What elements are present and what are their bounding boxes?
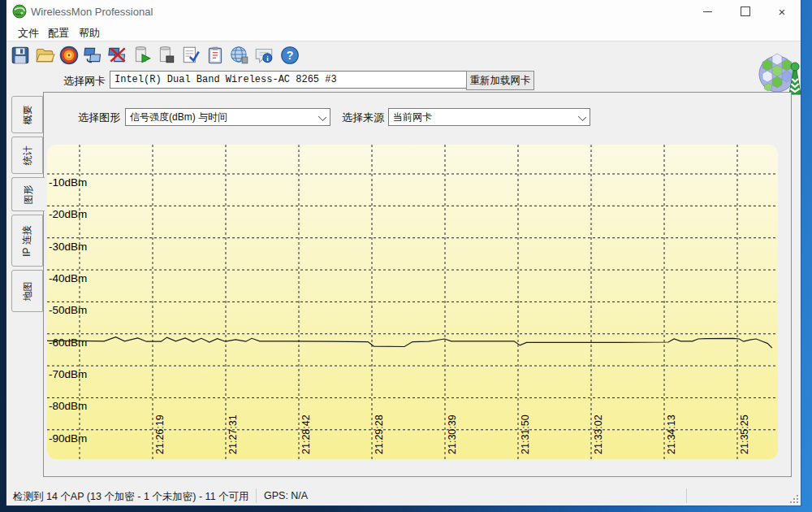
gps-status: GPS: N/A [264, 490, 308, 501]
x-tick-label: 21:35:25 [739, 414, 750, 454]
sidebar-tab-label: 地图 [20, 281, 34, 301]
adapter-label: 选择网卡 [63, 74, 106, 89]
source-select[interactable]: 当前网卡 [388, 108, 590, 126]
sidebar-tab-label: 图形 [22, 184, 36, 204]
status-separator [686, 488, 687, 503]
open-folder-icon [34, 45, 55, 66]
maximize-button[interactable] [732, 0, 759, 23]
y-tick-label: -30dBm [49, 241, 87, 253]
monitor-network-button[interactable] [83, 45, 106, 67]
sidebar-tab-5[interactable]: 地图 [11, 270, 43, 312]
menu-config[interactable]: 配置 [45, 25, 72, 41]
web-button[interactable] [229, 45, 252, 67]
minimize-button[interactable] [693, 0, 721, 23]
x-tick-label: 21:34:13 [666, 414, 677, 454]
adapter-select-value: Intel(R) Dual Band Wireless-AC 8265 #3 [114, 74, 337, 85]
close-icon: × [779, 6, 786, 18]
open-button[interactable] [34, 45, 57, 67]
sidebar-tab-label: 统计 [20, 145, 34, 165]
sidebar-tab-2[interactable]: 统计 [11, 137, 43, 174]
reconnect-button[interactable] [58, 45, 81, 67]
record-target-icon [58, 45, 80, 66]
graph-select-label: 选择图形 [78, 111, 120, 125]
help-button[interactable]: ? [279, 45, 302, 67]
chevron-down-icon [318, 113, 326, 121]
x-tick-label: 21:28:42 [300, 414, 312, 454]
toolbar: i ? [6, 41, 801, 71]
y-tick-label: -10dBm [49, 176, 87, 189]
y-tick-label: -40dBm [49, 272, 87, 284]
x-tick-label: 21:31:50 [520, 414, 531, 454]
y-tick-label: -20dBm [49, 208, 87, 220]
save-button[interactable] [10, 45, 32, 67]
adapter-select[interactable]: Intel(R) Dual Band Wireless-AC 8265 #3 [110, 71, 481, 89]
stop-logging-button[interactable] [156, 45, 179, 67]
x-tick-label: 21:26:19 [154, 414, 166, 454]
app-window: WirelessMon Professional × 文件 配置 帮助 [6, 0, 801, 505]
source-select-value: 当前网卡 [393, 111, 432, 124]
sidebar-tab-label: IP 连接 [20, 225, 34, 256]
web-globe-icon [229, 45, 250, 66]
svg-text:?: ? [287, 49, 294, 62]
y-tick-label: -70dBm [49, 368, 87, 380]
x-tick-label: 21:30:39 [447, 414, 458, 454]
chart-canvas: -10dBm-20dBm-30dBm-40dBm-50dBm-60dBm-70d… [47, 145, 778, 459]
start-logging-button[interactable] [132, 45, 154, 67]
status-bar: 检测到 14 个AP (13 个加密 - 1 个未加密) - 11 个可用 GP… [6, 486, 801, 505]
y-tick-label: -60dBm [49, 336, 87, 349]
sidebar-tab-1[interactable]: 概要 [11, 96, 43, 133]
network-monitors-off-icon [107, 45, 128, 66]
minimize-icon [703, 11, 712, 12]
test-report-button[interactable] [180, 45, 203, 67]
menu-file[interactable]: 文件 [15, 25, 42, 41]
stop-logging-icon [156, 45, 177, 66]
sidebar-tab-4[interactable]: IP 连接 [11, 215, 43, 267]
x-tick-label: 21:27:31 [227, 414, 239, 454]
start-logging-icon [132, 45, 153, 66]
window-title: WirelessMon Professional [31, 6, 153, 18]
adapter-row: 选择网卡 Intel(R) Dual Band Wireless-AC 8265… [6, 71, 801, 92]
ap-count-status: 检测到 14 个AP (13 个加密 - 1 个未加密) - 11 个可用 [13, 490, 249, 504]
menubar: 文件 配置 帮助 [6, 23, 801, 41]
resize-grip-icon[interactable] [788, 493, 798, 503]
titlebar[interactable]: WirelessMon Professional × [6, 0, 801, 23]
save-icon [10, 45, 31, 66]
sidebar-tab-label: 概要 [20, 105, 34, 124]
status-separator [256, 488, 257, 503]
info-bubble-button[interactable]: i [253, 45, 276, 67]
help-icon: ? [279, 45, 300, 66]
y-tick-label: -80dBm [49, 400, 87, 412]
signal-strength-chart: -10dBm-20dBm-30dBm-40dBm-50dBm-60dBm-70d… [47, 145, 778, 459]
graph-select[interactable]: 信号强度(dBm) 与时间 [125, 108, 330, 126]
sidebar-tabs: 概要统计图形IP 连接地图 [11, 92, 44, 477]
info-bubble-icon: i [253, 45, 274, 66]
chevron-down-icon [578, 113, 586, 121]
reload-adapter-button[interactable]: 重新加载网卡 [466, 71, 534, 90]
clipboard-report-icon [205, 45, 226, 66]
sidebar-tab-3[interactable]: 图形 [11, 177, 45, 211]
menu-help[interactable]: 帮助 [76, 25, 103, 41]
graph-select-value: 信号强度(dBm) 与时间 [130, 111, 227, 124]
close-button[interactable]: × [768, 0, 796, 23]
network-monitors-icon [83, 45, 104, 66]
app-logo-icon [12, 4, 27, 19]
source-select-label: 选择来源 [342, 111, 384, 125]
x-tick-label: 21:29:28 [374, 414, 385, 454]
x-tick-label: 21:33:02 [593, 414, 604, 454]
wirelessmon-logo [758, 49, 803, 96]
maximize-icon [741, 7, 750, 16]
stop-monitor-network-button[interactable] [107, 45, 130, 67]
test-report-icon [180, 45, 201, 66]
y-tick-label: -50dBm [49, 304, 87, 316]
clipboard-report-button[interactable] [205, 45, 227, 67]
y-tick-label: -90dBm [49, 432, 87, 445]
